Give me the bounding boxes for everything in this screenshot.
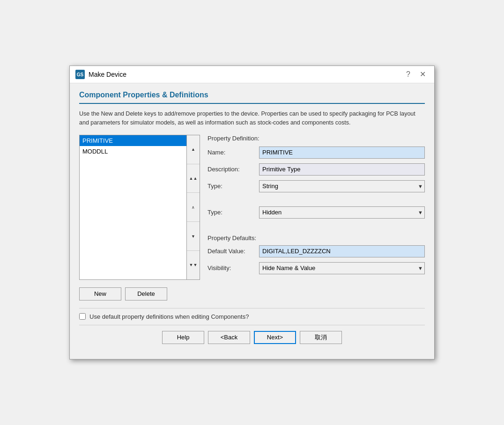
- type1-select[interactable]: String Number Boolean: [259, 180, 425, 192]
- scroll-top-btn[interactable]: ▲▲: [187, 164, 200, 193]
- left-panel: PRIMITIVE MODDLL ▲ ▲▲ ∧ ▼ ▼▼: [79, 135, 200, 280]
- dialog-title: Make Device: [89, 71, 126, 78]
- type1-label: Type:: [208, 183, 259, 190]
- default-definitions-checkbox[interactable]: [79, 313, 86, 320]
- title-bar-controls: ? ✕: [403, 70, 429, 79]
- close-button[interactable]: ✕: [417, 70, 429, 79]
- list-action-buttons: New Delete: [79, 287, 425, 300]
- type1-select-wrapper: String Number Boolean ▼: [259, 180, 425, 192]
- scroll-up-small-btn[interactable]: ∧: [187, 193, 200, 222]
- property-definition-label: Property Definition:: [208, 135, 425, 142]
- main-content: PRIMITIVE MODDLL ▲ ▲▲ ∧ ▼ ▼▼ Property De…: [79, 135, 425, 280]
- cancel-button[interactable]: 取消: [300, 331, 342, 344]
- default-value-row: Default Value:: [208, 245, 425, 257]
- description-row: Description:: [208, 163, 425, 176]
- new-button[interactable]: New: [79, 287, 121, 300]
- section-title: Component Properties & Definitions: [79, 91, 425, 104]
- name-input[interactable]: [259, 147, 425, 159]
- description-text: Use the New and Delete keys to add/remov…: [79, 110, 425, 127]
- checkbox-label: Use default property definitions when ed…: [89, 313, 249, 320]
- default-value-input[interactable]: [259, 245, 425, 257]
- type2-select[interactable]: Hidden Visible: [259, 206, 425, 219]
- type1-row: Type: String Number Boolean ▼: [208, 180, 425, 192]
- list-item-moddll[interactable]: MODDLL: [80, 146, 186, 157]
- property-defaults-label: Property Defaults:: [208, 234, 425, 242]
- scroll-down-btn[interactable]: ▼: [187, 222, 200, 251]
- name-row: Name:: [208, 147, 425, 159]
- checkbox-row: Use default property definitions when ed…: [79, 308, 425, 325]
- title-bar: GS Make Device ? ✕: [70, 66, 434, 83]
- next-button[interactable]: Next>: [254, 331, 296, 344]
- spacer1: [208, 197, 425, 206]
- scroll-controls: ▲ ▲▲ ∧ ▼ ▼▼: [187, 135, 200, 280]
- delete-button[interactable]: Delete: [125, 287, 167, 300]
- type2-label: Type:: [208, 209, 259, 216]
- spacer2: [208, 223, 425, 233]
- right-panel: Property Definition: Name: Description:: [208, 135, 425, 280]
- name-label: Name:: [208, 149, 259, 156]
- visibility-label: Visibility:: [208, 264, 259, 271]
- visibility-select[interactable]: Hide Name & Value Show Name & Value Show…: [259, 262, 425, 274]
- visibility-select-wrapper: Hide Name & Value Show Name & Value Show…: [259, 262, 425, 274]
- footer-buttons: Help <Back Next> 取消: [79, 331, 425, 352]
- scroll-up-btn[interactable]: ▲: [187, 135, 200, 164]
- type2-select-wrapper: Hidden Visible ▼: [259, 206, 425, 219]
- app-icon: GS: [75, 70, 85, 79]
- back-button[interactable]: <Back: [208, 331, 250, 344]
- scroll-bottom-btn[interactable]: ▼▼: [187, 251, 200, 279]
- visibility-row: Visibility: Hide Name & Value Show Name …: [208, 262, 425, 274]
- description-input[interactable]: [259, 163, 425, 176]
- property-list: PRIMITIVE MODDLL: [79, 135, 187, 280]
- help-button[interactable]: ?: [403, 70, 413, 79]
- type2-row: Type: Hidden Visible ▼: [208, 206, 425, 219]
- description-label: Description:: [208, 166, 259, 173]
- help-footer-button[interactable]: Help: [162, 331, 204, 344]
- default-value-label: Default Value:: [208, 248, 259, 255]
- list-item-primitive[interactable]: PRIMITIVE: [80, 135, 186, 146]
- dialog-body: Component Properties & Definitions Use t…: [70, 83, 434, 359]
